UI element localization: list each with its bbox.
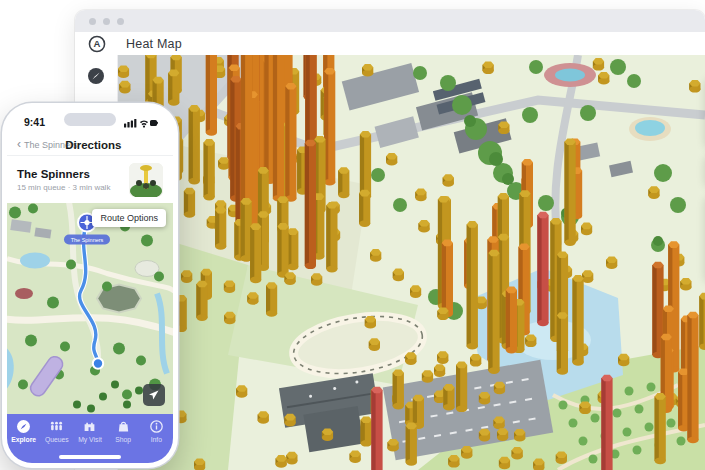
tab-label: Explore xyxy=(11,436,36,443)
status-bar: 9:41 xyxy=(7,108,173,134)
home-indicator[interactable] xyxy=(59,455,121,459)
logo-a-icon: A xyxy=(87,34,107,54)
tab-explore[interactable]: Explore xyxy=(7,419,40,463)
heatmap-canvas[interactable] xyxy=(118,55,705,470)
castle-icon xyxy=(82,419,97,434)
route-marker-label: The Spinners xyxy=(71,237,104,243)
window-maximize-button[interactable] xyxy=(117,18,124,25)
destination-dot xyxy=(93,358,103,368)
phone-nav: ‹ The Spinners Directions xyxy=(7,134,173,156)
navigation-arrow-icon xyxy=(148,389,160,401)
ride-subtitle: 15 min queue · 3 min walk xyxy=(17,183,121,192)
status-icons xyxy=(124,117,158,128)
bag-icon xyxy=(116,419,131,434)
ride-title: The Spinners xyxy=(17,168,121,180)
compass-icon xyxy=(16,419,31,434)
tab-label: Queues xyxy=(45,436,69,443)
compass-icon[interactable] xyxy=(87,67,105,89)
app-logo: A xyxy=(75,34,118,54)
phone-screen: 9:41 ‹ The Spinners xyxy=(7,108,173,463)
nav-title: Directions xyxy=(65,139,121,151)
park-map xyxy=(118,55,705,470)
info-icon xyxy=(149,419,164,434)
ride-thumbnail xyxy=(129,163,163,197)
route-options-button[interactable]: Route Options xyxy=(92,209,166,227)
tab-info[interactable]: Info xyxy=(140,419,173,463)
directions-map[interactable]: The Spinners Route Options xyxy=(7,203,173,414)
page-title: Heat Map xyxy=(126,37,182,51)
bottom-tab-bar: ExploreQueuesMy VisitShopInfo xyxy=(7,414,173,463)
browser-titlebar xyxy=(75,10,705,32)
phone-map-svg: The Spinners xyxy=(7,203,173,414)
tab-label: Info xyxy=(151,436,162,443)
locate-button[interactable] xyxy=(143,384,165,406)
window-minimize-button[interactable] xyxy=(103,18,110,25)
app-header: A Heat Map xyxy=(75,32,705,55)
screenshot-stage: A Heat Map xyxy=(0,0,705,470)
status-time: 9:41 xyxy=(24,116,45,128)
window-close-button[interactable] xyxy=(89,18,96,25)
queues-icon xyxy=(49,419,64,434)
svg-text:A: A xyxy=(93,38,100,49)
ride-card[interactable]: The Spinners 15 min queue · 3 min walk xyxy=(7,156,173,203)
phone-mockup: 9:41 ‹ The Spinners xyxy=(2,103,178,468)
tab-label: My Visit xyxy=(78,436,102,443)
chevron-left-icon: ‹ xyxy=(17,140,21,149)
tab-label: Shop xyxy=(115,436,131,443)
notch xyxy=(64,113,116,126)
